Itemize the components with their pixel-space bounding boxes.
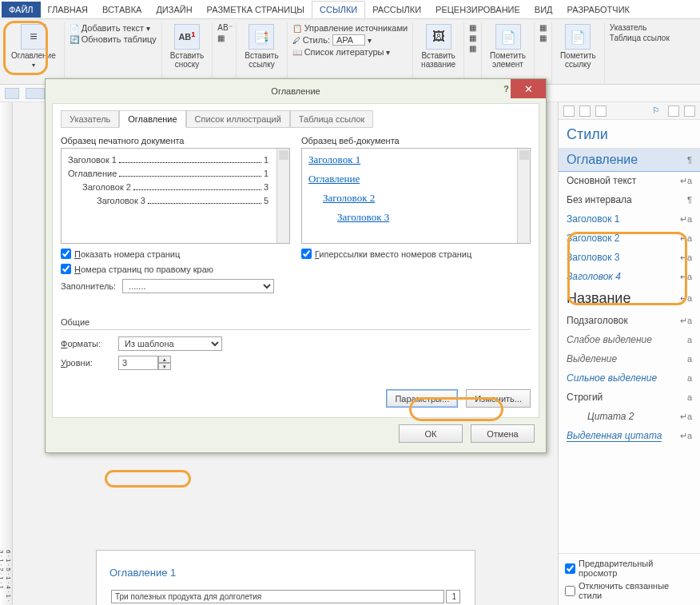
preview-link: Оглавление [308, 173, 360, 185]
style-item[interactable]: Сильное выделениеa [559, 368, 700, 388]
update-index-icon[interactable]: ▦ [539, 33, 547, 43]
style-item[interactable]: Заголовок 2↵a [559, 229, 700, 248]
ok-button[interactable]: ОК [399, 424, 463, 443]
styles-pane: ⚐ Стили Оглавление¶Основной текст↵aБез и… [558, 102, 700, 605]
preview-link: Заголовок 2 [323, 192, 375, 204]
toc-heading[interactable]: Оглавление 1 [109, 563, 462, 582]
document-page[interactable]: Оглавление 1 Три полезных продукта для д… [96, 550, 475, 605]
group-footnote-tools: AB⁻ ▦ [213, 22, 237, 85]
style-item[interactable]: Заголовок 4↵a [559, 267, 700, 286]
toc-button[interactable]: ≡ Оглавление ▾ [8, 22, 59, 70]
tab-developer[interactable]: РАЗРАБОТЧИК [560, 2, 637, 18]
insert-table-figures-icon[interactable]: ▦ [469, 22, 476, 33]
tab-design[interactable]: ДИЗАЙН [149, 2, 199, 18]
tab-view[interactable]: ВИД [527, 2, 560, 18]
disable-linked-checkbox[interactable]: Отключить связанные стили [565, 581, 694, 600]
formats-select[interactable]: Из шаблона [118, 336, 222, 351]
style-tool-icon[interactable] [563, 105, 575, 117]
levels-input[interactable] [118, 356, 158, 370]
style-tool-icon[interactable] [595, 105, 607, 117]
ribbon: ≡ Оглавление ▾ 📄 Добавить текст ▾ 🔄 Обно… [0, 19, 700, 85]
style-tool-icon[interactable] [684, 105, 695, 117]
insert-citation-button[interactable]: 📑 Вставить ссылку [241, 22, 281, 70]
update-table-figures-icon[interactable]: ▦ [469, 33, 476, 43]
style-item[interactable]: Слабое выделениеa [559, 330, 700, 349]
modify-button[interactable]: Изменить... [466, 389, 531, 408]
tab-references[interactable]: ССЫЛКИ [312, 1, 365, 18]
mark-citation-icon: 📄 [565, 24, 591, 50]
styles-list: Оглавление¶Основной текст↵aБез интервала… [559, 149, 700, 553]
tab-figures[interactable]: Список иллюстраций [186, 110, 290, 128]
style-item[interactable]: Оглавление¶ [559, 149, 700, 172]
insert-footnote-button[interactable]: AB¹ Вставить сноску [167, 22, 207, 70]
cross-reference-icon[interactable]: ▦ [469, 43, 476, 54]
group-index-tools: ▦ ▦ [535, 22, 552, 85]
web-preview-col: Образец веб-документа Заголовок 1 Оглавл… [301, 136, 531, 293]
style-item[interactable]: Заголовок 3↵a [559, 248, 700, 267]
style-item[interactable]: Подзаголовок↵a [559, 311, 700, 330]
hyperlinks-checkbox[interactable]: Гиперссылки вместо номеров страниц [301, 249, 531, 259]
tab-index[interactable]: Указатель [61, 110, 119, 128]
caption-icon: 🖼 [426, 24, 451, 50]
style-item[interactable]: Строгийa [559, 388, 700, 407]
print-preview-label: Образец печатного документа [61, 136, 290, 145]
tab-layout[interactable]: РАЗМЕТКА СТРАНИЦЫ [200, 2, 312, 18]
mark-entry-button[interactable]: 📄 Пометить элемент [487, 22, 529, 70]
bibliography-button[interactable]: 📖 Список литературы ▾ [292, 46, 391, 58]
style-item[interactable]: Цитата 2↵a [559, 407, 700, 426]
show-pages-checkbox[interactable]: ППоказать номера страницоказать номера с… [61, 249, 290, 259]
fill-select[interactable]: ....... [122, 279, 274, 293]
insert-index-icon[interactable]: ▦ [539, 22, 547, 33]
web-preview-label: Образец веб-документа [301, 136, 531, 145]
right-align-checkbox[interactable]: Номера страниц по правому краю [61, 264, 290, 274]
group-citations: 📑 Вставить ссылку [237, 22, 287, 85]
show-notes-icon[interactable]: ▦ [217, 33, 225, 43]
tab-review[interactable]: РЕЦЕНЗИРОВАНИЕ [428, 2, 527, 18]
dialog-body: Указатель Оглавление Список иллюстраций … [52, 103, 539, 418]
toc-label: Оглавление [11, 51, 56, 60]
tab-mailings[interactable]: РАССЫЛКИ [365, 2, 428, 18]
close-button[interactable]: ✕ [511, 79, 546, 98]
qat-icon[interactable] [5, 88, 19, 99]
qat-icon[interactable] [26, 88, 45, 99]
style-item[interactable]: Выделенная цитата↵a [559, 426, 700, 446]
scrollbar[interactable] [517, 149, 530, 243]
print-preview-box: Заголовок 11 Оглавление1 Заголовок 23 За… [61, 148, 290, 244]
next-footnote-icon[interactable]: AB⁻ [217, 22, 232, 33]
style-item[interactable]: Без интервала¶ [559, 190, 700, 209]
add-text-button[interactable]: 📄 Добавить текст ▾ [70, 22, 150, 34]
vertical-ruler: 6 · 1 · 5 · 1 · 4 · 1 · 3 · 1 · 2 · 1 · … [0, 102, 13, 605]
preview-checkbox[interactable]: Предварительный просмотр [565, 559, 694, 578]
tab-insert[interactable]: ВСТАВКА [95, 2, 149, 18]
style-tool-icon[interactable] [579, 105, 591, 117]
spin-down-icon[interactable]: ▾ [158, 363, 171, 370]
group-bibliography: 📋 Управление источниками 🖊 Стиль: APA ▾ … [288, 22, 413, 85]
levels-spinner[interactable]: ▴▾ [118, 356, 171, 370]
mark-citation-button[interactable]: 📄 Пометить ссылку [557, 22, 599, 70]
spin-up-icon[interactable]: ▴ [158, 356, 171, 363]
general-section: Общие Форматы: Из шаблона Уровни: ▴▾ [61, 317, 531, 370]
options-button[interactable]: Параметры... [386, 389, 458, 408]
tab-file[interactable]: ФАЙЛ [2, 2, 41, 18]
update-table-button[interactable]: 🔄 Обновить таблицу [70, 34, 157, 45]
toc-page: 1 [446, 590, 460, 603]
insert-caption-button[interactable]: 🖼 Вставить название [418, 22, 459, 70]
style-item[interactable]: Название↵a [559, 286, 700, 311]
index-label: Указатель [610, 22, 647, 33]
print-preview-col: Образец печатного документа Заголовок 11… [61, 136, 290, 293]
tab-citations[interactable]: Таблица ссылок [290, 110, 374, 128]
style-item[interactable]: Заголовок 1↵a [559, 209, 700, 229]
cancel-button[interactable]: Отмена [471, 424, 535, 443]
style-item[interactable]: Выделениеa [559, 349, 700, 368]
style-dropdown[interactable]: 🖊 Стиль: APA ▾ [292, 34, 372, 46]
toc-cell[interactable]: Три полезных продукта для долголетия [111, 590, 444, 603]
tab-home[interactable]: ГЛАВНАЯ [41, 2, 95, 18]
manage-sources-button[interactable]: 📋 Управление источниками [292, 22, 408, 34]
toc-table: Три полезных продукта для долголетия11. … [109, 588, 462, 605]
tab-toc[interactable]: Оглавление [119, 110, 185, 128]
scrollbar[interactable] [276, 149, 289, 243]
style-item[interactable]: Основной текст↵a [559, 171, 700, 190]
help-button[interactable]: ? [503, 84, 509, 94]
style-tool-icon[interactable] [668, 105, 679, 117]
mark-entry-icon: 📄 [495, 24, 521, 50]
